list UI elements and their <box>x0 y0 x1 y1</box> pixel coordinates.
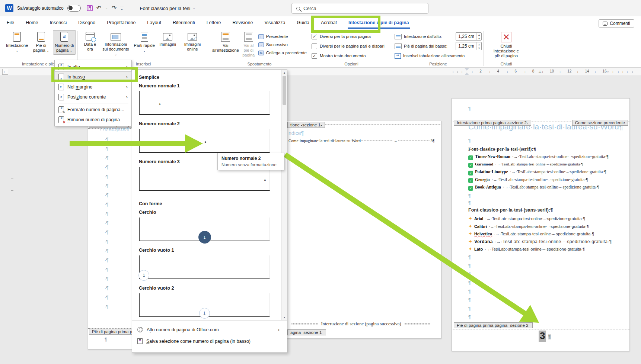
tab-progettazione[interactable]: Progettazione <box>106 20 136 29</box>
different-first-page-option[interactable]: ✓ Diversi per la prima pagina <box>312 32 371 41</box>
spin-down-icon: ▼ <box>477 46 481 50</box>
page-number-margin-icon <box>58 84 64 90</box>
pilcrow: ¶ <box>468 138 471 143</box>
page-number-bottom-gallery: SempliceNumero normale 11Numero normale … <box>132 70 287 353</box>
menu-item-formato-numeri-di-pagina-[interactable]: Formato numeri di pagina... <box>55 104 131 115</box>
footer-tag-first-page-s2: Piè di pagina prima pagina -sezione 2- <box>454 322 533 328</box>
tab-revisione[interactable]: Revisione <box>232 20 254 29</box>
tab-inserisci[interactable]: Inserisci <box>49 20 68 29</box>
menu-item-posizione-corrente[interactable]: Posizione corrente› <box>55 92 131 102</box>
online-pictures-button[interactable]: Immagini online <box>178 30 207 54</box>
menu-divider <box>58 103 128 103</box>
tab-intestazione-e-pi-di-pagina[interactable]: Intestazione e piè di pagina <box>348 20 410 29</box>
toc-entry-title: Come·impaginare·la·tesi·di·laurea·su·Wor… <box>288 138 361 143</box>
save-icon[interactable] <box>87 5 93 11</box>
pictures-button[interactable]: Immagini <box>158 30 178 49</box>
tab-home[interactable]: Home <box>25 20 39 29</box>
quick-parts-button[interactable]: Parti rapide ⌄ <box>131 30 158 55</box>
tooltip-title: Numero normale 2 <box>221 156 280 161</box>
footer-pilcrow: ¶ <box>105 337 107 342</box>
page-number-button[interactable]: Numero di pagina ⌄ <box>53 30 76 55</box>
autosave-toggle[interactable] <box>67 5 81 12</box>
pilcrow-column: ¶¶¶¶¶¶¶¶¶ <box>468 255 471 332</box>
spin-up-icon: ▲ <box>477 42 481 46</box>
gallery-footer-item-altri-numeri-di-pagina-di-offi[interactable]: Altri numeri di pagina di Office.com› <box>132 324 287 335</box>
link-to-previous-button[interactable]: Collega a precedente <box>257 49 308 57</box>
group-label-position: Posizione <box>393 62 483 66</box>
go-to-footer-button[interactable]: Vai al piè di pagina <box>240 30 257 60</box>
gallery-item-label: Numero normale 1 <box>139 83 275 88</box>
gallery-item-numero-normale-2[interactable]: Numero normale 21 <box>132 119 281 157</box>
tab-disegno[interactable]: Disegno <box>77 20 96 29</box>
sans-font-list: ✦Arial·→·TesiLab:·stampa·tesi·online·–·s… <box>468 216 612 254</box>
scroll-down-icon[interactable]: ▼ <box>282 315 287 320</box>
document-page-2[interactable]: tione -sezione 1- ndice¶ Come·impaginare… <box>262 121 441 339</box>
quick-access-overflow-icon[interactable]: ⌄ <box>120 6 123 11</box>
pilcrow-mark: ¶ <box>468 255 471 263</box>
group-navigation: Vai all'intestazione Vai al piè di pagin… <box>209 29 310 67</box>
undo-chevron-icon[interactable]: ⌄ <box>105 6 108 10</box>
page-number-sample-circle: 1 <box>198 231 211 244</box>
spinner-arrows[interactable]: ▲▼ <box>476 33 481 40</box>
tooltip-subtitle: Numero senza formattazione <box>221 162 280 167</box>
different-odd-even-option[interactable]: Diversi per le pagine pari e dispari <box>312 41 385 51</box>
redo-icon[interactable]: ↷ <box>112 5 117 11</box>
tab-selector-icon[interactable]: ∟ <box>2 69 8 75</box>
tab-visualizza[interactable]: Visualizza <box>264 20 286 29</box>
checkbox-unchecked-icon[interactable] <box>312 44 317 49</box>
document-info-button[interactable]: Informazioni sul documento ⌄ <box>101 30 131 59</box>
gallery-tooltip: Numero normale 2 Numero senza formattazi… <box>217 153 284 170</box>
indent-marker-icon[interactable] <box>465 68 469 75</box>
gallery-footer-item-salva-selezione-come-numero-di[interactable]: Salva selezione come numero di pagina (i… <box>132 335 287 347</box>
toc-entry[interactable]: Come·impaginare·la·tesi·di·laurea·su·Wor… <box>288 138 434 143</box>
submenu-arrow-icon: › <box>126 94 128 100</box>
header-button[interactable]: Intestazione ⌄ <box>4 30 29 55</box>
page-number-field-selected[interactable]: 3 <box>539 331 546 342</box>
next-button[interactable]: Successivo <box>257 41 308 49</box>
undo-icon[interactable]: ↶ <box>96 5 101 11</box>
insert-alignment-tab-button[interactable]: Inserisci tabulazione allineamento <box>395 51 465 61</box>
close-header-footer-button[interactable]: ✕ Chiudi intestazione e piè di pagina <box>491 30 522 61</box>
document-title[interactable]: Font classico per la tesi ⌄ <box>140 6 195 11</box>
tab-layout[interactable]: Layout <box>146 20 162 29</box>
gallery-item-cerchio-vuoto-2[interactable]: Cerchio vuoto 21 <box>132 284 281 322</box>
menu-item-in-alto[interactable]: In alto› <box>55 62 131 72</box>
tab-acrobat[interactable]: Acrobat <box>320 20 338 29</box>
comments-button[interactable]: Commenti <box>599 19 634 28</box>
right-indent-marker-icon[interactable]: ⌂ <box>607 70 609 74</box>
save-selection-icon <box>137 338 143 344</box>
search-input[interactable]: Cerca <box>291 3 428 14</box>
scroll-up-icon[interactable]: ▲ <box>282 70 287 75</box>
document-page-3[interactable]: ¶ Come·impaginare·la·tesi·di·laurea·su·W… <box>452 98 630 351</box>
scrollbar-thumb[interactable] <box>283 76 286 105</box>
date-time-button[interactable]: Data e ora <box>79 30 101 54</box>
tab-riferimenti[interactable]: Riferimenti <box>172 20 196 29</box>
footer-from-bottom-input[interactable]: 1,25 cm ▲▼ <box>456 42 482 50</box>
checkbox-checked-icon[interactable]: ✓ <box>312 34 317 39</box>
menu-item-nel-margine[interactable]: Nel margine› <box>55 82 131 92</box>
tab-stop-icon[interactable]: ┴ <box>539 71 541 75</box>
search-placeholder: Cerca <box>303 6 316 11</box>
header-from-top-input[interactable]: 1,25 cm ▲▼ <box>456 32 482 41</box>
gallery-item-cerchio[interactable]: Cerchio1 <box>132 208 281 246</box>
gallery-item-numero-normale-1[interactable]: Numero normale 11 <box>132 81 281 119</box>
previous-button[interactable]: Precedente <box>257 32 308 41</box>
gallery-item-cerchio-vuoto-1[interactable]: Cerchio vuoto 11 <box>132 246 281 284</box>
tab-file[interactable]: File <box>6 20 15 29</box>
page-number-sample: 1 <box>159 102 160 106</box>
show-document-text-option[interactable]: ✓ Mostra testo documento <box>312 51 366 61</box>
pilcrow-mark: ¶ <box>468 289 471 297</box>
checkbox-checked-icon[interactable]: ✓ <box>312 53 317 59</box>
sparkles-icon: ✦ <box>468 239 472 244</box>
ruler-number: 4 <box>497 69 499 73</box>
menu-item-rimuovi-numeri-di-pagina[interactable]: Rimuovi numeri di pagina <box>55 115 131 125</box>
spinner-arrows[interactable]: ▲▼ <box>476 42 481 50</box>
footer-button[interactable]: Piè di pagina ⌄ <box>29 30 52 55</box>
menu-item-in-basso[interactable]: In basso› <box>55 72 131 82</box>
gallery-item-preview: 1 <box>139 218 270 241</box>
tab-lettere[interactable]: Lettere <box>206 20 222 29</box>
word-logo-icon[interactable]: W <box>5 4 13 12</box>
go-to-header-button[interactable]: Vai all'intestazione <box>211 30 240 55</box>
tab-guida[interactable]: Guida <box>296 20 310 29</box>
gallery-scrollbar[interactable]: ▲ ▼ <box>281 70 287 320</box>
